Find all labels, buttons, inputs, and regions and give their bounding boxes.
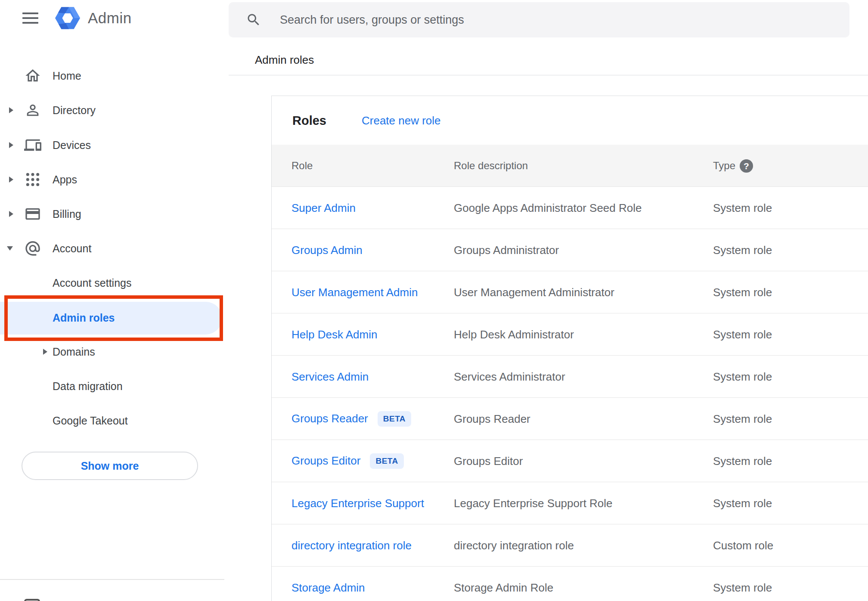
sidebar-item-label: Home bbox=[53, 70, 81, 82]
chevron-right-icon[interactable] bbox=[9, 177, 13, 183]
chevron-right-icon[interactable] bbox=[9, 142, 13, 148]
column-header-description: Role description bbox=[454, 160, 528, 172]
role-description: Groups Administrator bbox=[454, 243, 559, 257]
sidebar-item-label: Admin roles bbox=[53, 312, 115, 324]
admin-hexagon-logo bbox=[55, 5, 81, 31]
search-bar[interactable]: Search for users, groups or settings bbox=[229, 2, 849, 37]
role-link[interactable]: directory integration role bbox=[291, 539, 412, 552]
table-row[interactable]: Legacy Enterprise Support Legacy Enterpr… bbox=[272, 482, 868, 524]
role-description: directory integration role bbox=[454, 539, 574, 552]
sidebar-item-label: Billing bbox=[53, 208, 81, 220]
divider bbox=[0, 579, 224, 580]
role-link[interactable]: Storage Admin bbox=[291, 581, 365, 594]
menu-bar bbox=[22, 12, 38, 14]
role-link[interactable]: Groups Editor bbox=[291, 454, 360, 468]
table-row[interactable]: Services Admin Services Administrator Sy… bbox=[272, 356, 868, 398]
table-row[interactable]: Help Desk Admin Help Desk Administrator … bbox=[272, 313, 868, 356]
beta-badge: BETA bbox=[370, 453, 403, 469]
column-header-role: Role bbox=[291, 160, 313, 172]
menu-bar bbox=[22, 22, 38, 24]
role-type: System role bbox=[713, 496, 772, 510]
partial-icon bbox=[24, 599, 40, 601]
role-type: Custom role bbox=[713, 539, 773, 552]
devices-icon bbox=[24, 136, 41, 154]
person-icon bbox=[24, 102, 41, 119]
role-description: Services Administrator bbox=[454, 370, 565, 383]
role-description: Groups Editor bbox=[454, 454, 523, 468]
role-link[interactable]: Services Admin bbox=[291, 370, 369, 383]
role-type: System role bbox=[713, 243, 772, 257]
sidebar-item-apps[interactable]: Apps bbox=[0, 162, 229, 197]
table-row[interactable]: User Management Admin User Management Ad… bbox=[272, 271, 868, 313]
table-row[interactable]: directory integration role directory int… bbox=[272, 524, 868, 567]
sidebar-item-data-migration[interactable]: Data migration bbox=[0, 369, 229, 403]
role-description: Groups Reader bbox=[454, 412, 530, 425]
sidebar-item-domains[interactable]: Domains bbox=[0, 335, 229, 369]
sidebar-item-devices[interactable]: Devices bbox=[0, 128, 229, 162]
menu-icon[interactable] bbox=[22, 12, 38, 24]
chevron-down-icon[interactable] bbox=[7, 246, 13, 251]
role-link[interactable]: Help Desk Admin bbox=[291, 328, 377, 341]
role-description: Help Desk Administrator bbox=[454, 328, 574, 341]
table-row[interactable]: Groups Editor BETA Groups Editor System … bbox=[272, 440, 868, 482]
sidebar-item-label: Devices bbox=[53, 139, 91, 152]
chevron-right-icon[interactable] bbox=[9, 107, 13, 113]
sidebar-item-label: Apps bbox=[53, 173, 77, 186]
sidebar-item-admin-roles[interactable]: Admin roles bbox=[0, 300, 229, 335]
sidebar-item-google-takeout[interactable]: Google Takeout bbox=[0, 403, 229, 438]
sidebar-item-account-settings[interactable]: Account settings bbox=[0, 266, 229, 300]
role-description: Legacy Enterprise Support Role bbox=[454, 496, 613, 510]
sidebar-item-home[interactable]: Home bbox=[0, 59, 229, 93]
role-type: System role bbox=[713, 328, 772, 341]
role-description: Google Apps Administrator Seed Role bbox=[454, 201, 642, 214]
role-type: System role bbox=[713, 201, 772, 214]
sidebar-item-directory[interactable]: Directory bbox=[0, 93, 229, 127]
role-link[interactable]: Groups Reader bbox=[291, 412, 368, 425]
show-more-button[interactable]: Show more bbox=[22, 452, 198, 480]
beta-badge: BETA bbox=[378, 411, 411, 427]
role-type: System role bbox=[713, 454, 772, 468]
role-type: System role bbox=[713, 412, 772, 425]
role-link[interactable]: Groups Admin bbox=[291, 243, 363, 257]
role-type: System role bbox=[713, 581, 772, 594]
sidebar-item-label: Data migration bbox=[53, 380, 123, 393]
help-question-icon[interactable]: ? bbox=[740, 159, 753, 173]
search-input[interactable]: Search for users, groups or settings bbox=[280, 13, 464, 27]
role-link[interactable]: User Management Admin bbox=[291, 285, 418, 299]
page-title: Roles bbox=[292, 113, 326, 127]
role-description: User Management Administrator bbox=[454, 285, 614, 299]
table-row[interactable]: Storage Admin Storage Admin Role System … bbox=[272, 567, 868, 601]
chevron-right-icon[interactable] bbox=[9, 211, 13, 217]
table-row[interactable]: Groups Admin Groups Administrator System… bbox=[272, 229, 868, 271]
breadcrumb: Admin roles bbox=[255, 53, 314, 67]
role-description: Storage Admin Role bbox=[454, 581, 553, 594]
sidebar-item-label: Domains bbox=[53, 346, 95, 358]
table-row[interactable]: Groups Reader BETA Groups Reader System … bbox=[272, 398, 868, 440]
sidebar-item-label: Google Takeout bbox=[53, 415, 128, 427]
sidebar-item-label: Account bbox=[53, 242, 91, 255]
role-link[interactable]: Legacy Enterprise Support bbox=[291, 496, 424, 510]
table-row[interactable]: Super Admin Google Apps Administrator Se… bbox=[272, 187, 868, 229]
credit-card-icon bbox=[24, 205, 41, 223]
role-type: System role bbox=[713, 285, 772, 299]
table-header-row: Role Role description Type ? bbox=[272, 145, 868, 187]
sidebar: Admin Home Directory Devices Apps bbox=[0, 0, 229, 601]
roles-card: Roles Create new role Role Role descript… bbox=[271, 96, 868, 601]
sidebar-item-account[interactable]: Account bbox=[0, 231, 229, 266]
sidebar-item-billing[interactable]: Billing bbox=[0, 197, 229, 231]
search-icon bbox=[246, 12, 261, 28]
role-link[interactable]: Super Admin bbox=[291, 201, 356, 214]
home-icon bbox=[24, 67, 41, 84]
menu-bar bbox=[22, 17, 38, 19]
role-type: System role bbox=[713, 370, 772, 383]
divider bbox=[229, 75, 868, 75]
create-new-role-link[interactable]: Create new role bbox=[362, 114, 441, 127]
sidebar-item-label: Directory bbox=[53, 104, 96, 117]
at-sign-icon bbox=[24, 240, 41, 257]
sidebar-item-label: Account settings bbox=[53, 277, 131, 289]
product-title: Admin bbox=[88, 9, 132, 27]
card-header: Roles Create new role bbox=[272, 96, 868, 145]
chevron-right-icon[interactable] bbox=[43, 349, 47, 355]
column-header-type: Type bbox=[713, 160, 735, 172]
apps-grid-icon bbox=[24, 171, 41, 188]
